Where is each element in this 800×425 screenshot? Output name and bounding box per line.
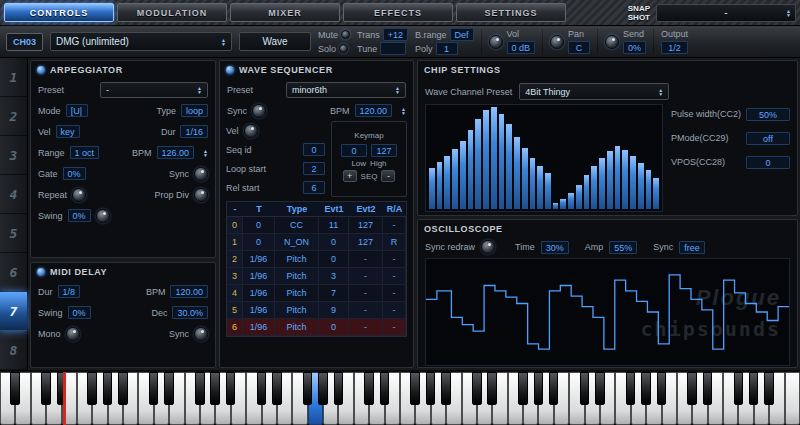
- seq-row[interactable]: 31/96Pitch3--: [227, 268, 406, 285]
- wavetable-bar[interactable]: [545, 173, 551, 209]
- piano-white-key[interactable]: [785, 372, 800, 425]
- poly-value[interactable]: 1: [436, 42, 458, 55]
- osc-time-value[interactable]: 30%: [541, 241, 569, 254]
- piano-black-key[interactable]: [641, 372, 651, 405]
- wseq-sync-knob[interactable]: [252, 104, 266, 118]
- sidebar-channel-2[interactable]: 2: [0, 97, 27, 136]
- delay-swing-value[interactable]: 0%: [68, 306, 91, 319]
- arp-swing-value[interactable]: 0%: [68, 209, 91, 222]
- brange-value[interactable]: Def: [450, 28, 474, 41]
- wavetable-display[interactable]: [425, 104, 663, 212]
- piano-black-key[interactable]: [380, 372, 390, 405]
- wave-channel-preset-select[interactable]: 4Bit Thingy ▲▼: [519, 83, 669, 100]
- volume-value[interactable]: 0 dB: [507, 41, 536, 54]
- snapshot-spinner-icon[interactable]: ▲▼: [786, 9, 791, 17]
- arp-vel-value[interactable]: key: [56, 125, 80, 138]
- osc-sync-value[interactable]: free: [679, 241, 705, 254]
- wseq-bpm-spinner-icon[interactable]: ▲▼: [401, 107, 406, 115]
- trans-value[interactable]: +12: [383, 28, 408, 41]
- arp-type-value[interactable]: loop: [181, 104, 208, 117]
- solo-toggle[interactable]: [339, 44, 348, 53]
- wavetable-bar[interactable]: [499, 114, 505, 209]
- sidebar-channel-1[interactable]: 1: [0, 58, 27, 97]
- arp-swing-knob[interactable]: [96, 209, 110, 223]
- seq-row[interactable]: 61/96Pitch0--: [227, 319, 406, 336]
- sidebar-channel-4[interactable]: 4: [0, 175, 27, 214]
- wavetable-bar[interactable]: [514, 137, 520, 209]
- tab-settings[interactable]: SETTINGS: [456, 3, 566, 22]
- wavetable-bar[interactable]: [452, 149, 458, 209]
- seq-row[interactable]: 41/96Pitch7--: [227, 285, 406, 302]
- seq-remove-button[interactable]: -: [381, 170, 395, 182]
- wavetable-bar[interactable]: [537, 166, 543, 209]
- volume-knob[interactable]: [489, 35, 503, 49]
- piano-black-key[interactable]: [549, 372, 559, 405]
- sidebar-channel-3[interactable]: 3: [0, 136, 27, 175]
- instrument-select[interactable]: DMG (unlimited) ▲▼: [50, 32, 232, 51]
- wavetable-bar[interactable]: [437, 162, 443, 209]
- piano-black-key[interactable]: [334, 372, 344, 405]
- wavetable-bar[interactable]: [615, 146, 621, 209]
- piano-black-key[interactable]: [626, 372, 636, 405]
- keymap-high-value[interactable]: 127: [371, 144, 397, 157]
- piano-black-key[interactable]: [426, 372, 436, 405]
- output-value[interactable]: 1/2: [661, 41, 688, 54]
- wseq-bpm-value[interactable]: 120.00: [355, 104, 393, 117]
- piano-black-key[interactable]: [749, 372, 759, 405]
- seq-row[interactable]: 21/96Pitch0--: [227, 251, 406, 268]
- piano-black-key[interactable]: [580, 372, 590, 405]
- mute-toggle[interactable]: [341, 30, 350, 39]
- wavetable-bar[interactable]: [553, 203, 559, 209]
- arp-propdiv-knob[interactable]: [194, 188, 208, 202]
- piano-black-key[interactable]: [441, 372, 451, 405]
- tune-value[interactable]: [380, 42, 406, 55]
- piano-black-key[interactable]: [195, 372, 205, 405]
- piano-black-key[interactable]: [164, 372, 174, 405]
- arp-range-value[interactable]: 1 oct: [70, 146, 100, 159]
- piano-black-key[interactable]: [226, 372, 236, 405]
- wavetable-bar[interactable]: [475, 119, 481, 209]
- wavetable-bar[interactable]: [568, 193, 574, 209]
- delay-dur-value[interactable]: 1/8: [58, 285, 81, 298]
- piano-black-key[interactable]: [595, 372, 605, 405]
- tab-modulation[interactable]: MODULATION: [117, 3, 227, 22]
- wseq-preset-spinner-icon[interactable]: ▲▼: [395, 86, 400, 94]
- piano-black-key[interactable]: [149, 372, 159, 405]
- osc-amp-value[interactable]: 55%: [609, 241, 637, 254]
- wavetable-bar[interactable]: [460, 141, 466, 209]
- piano-black-key[interactable]: [734, 372, 744, 405]
- sidebar-channel-5[interactable]: 5: [0, 214, 27, 253]
- arp-mode-value[interactable]: [U|: [66, 104, 88, 117]
- piano-black-key[interactable]: [764, 372, 774, 405]
- wavetable-bar[interactable]: [638, 163, 644, 209]
- delay-dec-value[interactable]: 30.0%: [172, 306, 208, 319]
- wavetable-bar[interactable]: [584, 175, 590, 209]
- piano-black-key[interactable]: [303, 372, 313, 405]
- piano-black-key[interactable]: [410, 372, 420, 405]
- snapshot-select[interactable]: - ▲▼: [656, 4, 796, 22]
- send-value[interactable]: 0%: [623, 41, 646, 54]
- wavetable-bar[interactable]: [444, 156, 450, 209]
- tab-mixer[interactable]: MIXER: [230, 3, 340, 22]
- wavetable-bar[interactable]: [491, 107, 497, 209]
- wseq-loopstart-value[interactable]: 2: [303, 162, 325, 175]
- piano-black-key[interactable]: [118, 372, 128, 405]
- wavetable-bar[interactable]: [607, 151, 613, 209]
- arp-bpm-spinner-icon[interactable]: ▲▼: [203, 149, 208, 157]
- wavetable-bar[interactable]: [630, 156, 636, 209]
- wavetable-bar[interactable]: [483, 110, 489, 209]
- delay-sync-knob[interactable]: [194, 327, 208, 341]
- wseq-vel-knob[interactable]: [244, 124, 258, 138]
- wavetable-bar[interactable]: [522, 148, 528, 209]
- arp-preset-select[interactable]: - ▲▼: [100, 82, 208, 98]
- wseq-relstart-value[interactable]: 6: [303, 181, 325, 194]
- piano-black-key[interactable]: [318, 372, 328, 405]
- piano-black-key[interactable]: [687, 372, 697, 405]
- wave-preset-spinner-icon[interactable]: ▲▼: [658, 88, 663, 96]
- wavetable-bar[interactable]: [576, 185, 582, 209]
- piano-black-key[interactable]: [257, 372, 267, 405]
- piano-black-key[interactable]: [657, 372, 667, 405]
- arp-sync-knob[interactable]: [194, 167, 208, 181]
- seq-add-button[interactable]: +: [343, 170, 357, 182]
- vpos-value[interactable]: 0: [746, 156, 790, 169]
